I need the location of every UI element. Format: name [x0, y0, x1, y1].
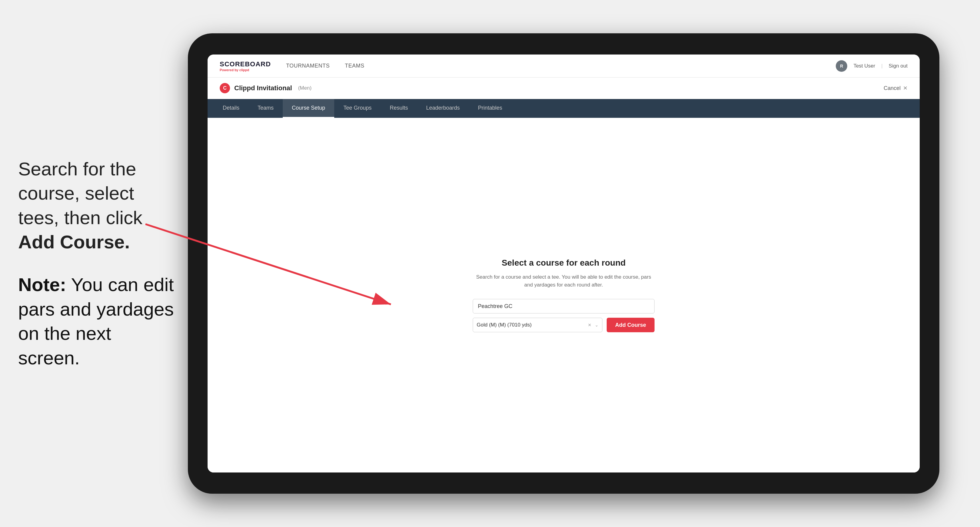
logo-subtitle: Powered by clippd: [220, 68, 271, 72]
tournament-header: C Clippd Invitational (Men) Cancel ✕: [208, 78, 920, 99]
tournament-title-group: C Clippd Invitational (Men): [220, 83, 312, 93]
annotation-area: Search for thecourse, selecttees, then c…: [0, 0, 194, 527]
tablet-device: SCOREBOARD Powered by clippd TOURNAMENTS…: [188, 33, 939, 494]
tab-details[interactable]: Details: [214, 99, 248, 118]
card-title: Select a course for each round: [473, 258, 655, 268]
note-label: Note:: [18, 274, 66, 295]
nav-links: TOURNAMENTS TEAMS: [286, 63, 364, 69]
logo: SCOREBOARD Powered by clippd: [220, 60, 271, 72]
main-content: Select a course for each round Search fo…: [208, 118, 920, 473]
annotation-note: Note: You can edit pars and yardages on …: [18, 273, 176, 370]
separator: |: [881, 63, 883, 69]
nav-teams[interactable]: TEAMS: [345, 63, 364, 69]
tee-select-container[interactable]: Gold (M) (M) (7010 yds) × ⌄: [473, 318, 603, 332]
tab-leaderboards[interactable]: Leaderboards: [417, 99, 469, 118]
tee-chevron-button[interactable]: ⌄: [595, 322, 598, 327]
tournament-icon: C: [220, 83, 230, 93]
tab-tee-groups[interactable]: Tee Groups: [334, 99, 380, 118]
logo-brand: clippd: [239, 68, 249, 72]
tee-select-controls: × ⌄: [586, 321, 598, 329]
sign-out-link[interactable]: Sign out: [889, 63, 908, 69]
cancel-icon: ✕: [903, 85, 908, 92]
tournament-gender: (Men): [298, 85, 312, 91]
tab-bar: Details Teams Course Setup Tee Groups Re…: [208, 99, 920, 118]
cancel-label: Cancel: [884, 85, 900, 92]
tab-course-setup[interactable]: Course Setup: [283, 99, 334, 118]
user-name: Test User: [853, 63, 875, 69]
logo-text: SCOREBOARD: [220, 60, 271, 68]
tab-results[interactable]: Results: [380, 99, 417, 118]
nav-tournaments[interactable]: TOURNAMENTS: [286, 63, 330, 69]
tournament-name: Clippd Invitational: [234, 84, 292, 92]
navbar: SCOREBOARD Powered by clippd TOURNAMENTS…: [208, 54, 920, 78]
tab-printables[interactable]: Printables: [469, 99, 511, 118]
tee-select-value: Gold (M) (M) (7010 yds): [477, 322, 531, 328]
add-course-button[interactable]: Add Course: [607, 318, 655, 332]
avatar: R: [836, 60, 847, 72]
tab-teams[interactable]: Teams: [248, 99, 283, 118]
card-description: Search for a course and select a tee. Yo…: [473, 273, 655, 289]
course-setup-card: Select a course for each round Search fo…: [473, 258, 655, 332]
annotation-bold: Add Course.: [18, 232, 130, 252]
cancel-button[interactable]: Cancel ✕: [884, 85, 908, 92]
tablet-screen: SCOREBOARD Powered by clippd TOURNAMENTS…: [208, 54, 920, 473]
search-input[interactable]: [473, 299, 655, 313]
annotation-text: Search for thecourse, selecttees, then c…: [18, 157, 176, 254]
tee-clear-button[interactable]: ×: [586, 321, 593, 329]
navbar-right: R Test User | Sign out: [836, 60, 908, 72]
tee-select-row: Gold (M) (M) (7010 yds) × ⌄ Add Course: [473, 318, 655, 332]
